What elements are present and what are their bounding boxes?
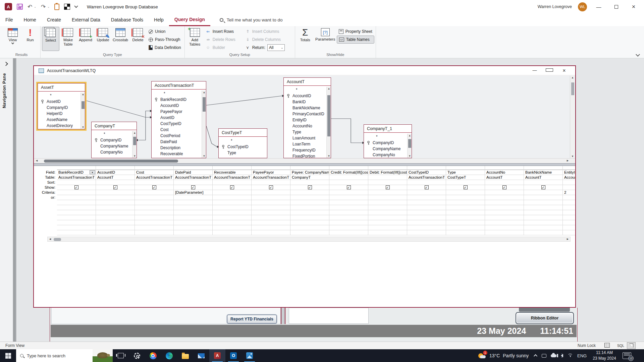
field-EntityID[interactable]: EntityID (284, 117, 331, 123)
empty-cell[interactable] (368, 215, 407, 220)
sort-cell[interactable] (252, 180, 290, 185)
collapse-ribbon-chevron-icon[interactable] (636, 52, 640, 57)
tray-expand-chevron-icon[interactable] (534, 354, 537, 358)
select-query-button[interactable]: Select (42, 27, 59, 51)
empty-cell[interactable] (563, 215, 575, 220)
table-scroll-thumb[interactable] (327, 95, 330, 136)
field-cell[interactable]: DatePaid (174, 170, 212, 175)
scroll-up-icon[interactable]: ▲ (571, 76, 574, 79)
or-cell[interactable] (96, 195, 135, 200)
field-cell[interactable]: Debit: Format(IIf([cost (368, 170, 407, 175)
union-button[interactable]: Union (147, 27, 183, 36)
field-PrimaryContactID[interactable]: PrimaryContactID (284, 111, 331, 117)
show-checkbox[interactable]: ✓ (74, 185, 78, 189)
empty-cell[interactable] (57, 220, 96, 225)
empty-cell[interactable] (446, 210, 485, 215)
sort-cell[interactable] (57, 180, 96, 185)
show-cell[interactable]: ✓ (96, 185, 135, 190)
empty-cell[interactable] (368, 220, 407, 225)
table-box-title[interactable]: AssetT (38, 83, 85, 92)
empty-cell[interactable] (446, 200, 485, 205)
empty-cell[interactable] (96, 205, 135, 210)
empty-cell[interactable] (174, 215, 212, 220)
table-scrollbar[interactable]: ▲ ▼ (132, 131, 137, 158)
empty-cell[interactable] (213, 210, 251, 215)
sql-view-icon[interactable]: SQL (617, 344, 624, 348)
insert-rows-button[interactable]: ⇐Insert Rows (204, 27, 243, 36)
empty-cell[interactable] (407, 220, 446, 225)
update-button[interactable]: ✎ Update (94, 27, 112, 51)
empty-cell[interactable] (135, 200, 173, 205)
empty-cell[interactable] (96, 220, 135, 225)
field-CompanyID[interactable]: CompanyID (364, 140, 412, 146)
criteria-cell[interactable] (252, 190, 290, 195)
or-cell[interactable] (524, 195, 562, 200)
empty-cell[interactable] (96, 225, 135, 230)
show-cell[interactable]: ✓ (252, 185, 290, 190)
save-icon[interactable] (17, 4, 23, 10)
field-AssetID[interactable]: AssetID (38, 99, 85, 105)
wifi-icon[interactable] (568, 354, 573, 358)
sort-cell[interactable] (368, 180, 407, 185)
empty-cell[interactable] (290, 225, 329, 230)
sort-cell[interactable] (485, 180, 524, 185)
empty-cell[interactable] (290, 220, 329, 225)
field-FrequencyID[interactable]: FrequencyID (284, 147, 331, 153)
show-checkbox[interactable]: ✓ (152, 185, 156, 189)
table-cell[interactable]: AccountT (563, 175, 575, 180)
empty-cell[interactable] (96, 210, 135, 215)
navigation-pane-collapsed[interactable]: Navigation Pane (0, 58, 13, 342)
task-view-button[interactable] (113, 349, 129, 362)
criteria-cell[interactable] (524, 190, 562, 195)
or-cell[interactable] (290, 195, 329, 200)
empty-cell[interactable] (96, 230, 135, 235)
table-box-CompanyT_1[interactable]: CompanyT_1*CompanyIDCompanyNameCompanyNo… (364, 124, 412, 158)
show-cell[interactable]: ✓ (446, 185, 485, 190)
table-cell[interactable]: AccountTransactionT (174, 175, 212, 180)
field-CostTypeID[interactable]: CostTypeID (152, 121, 206, 127)
field-DatePaid[interactable]: DatePaid (152, 139, 206, 145)
field-cell[interactable]: CostTypeID (407, 170, 446, 175)
empty-cell[interactable] (485, 230, 524, 235)
field-cell[interactable]: BankNickName (524, 170, 562, 175)
empty-cell[interactable] (290, 210, 329, 215)
design-grid-splitter[interactable] (34, 163, 575, 166)
scroll-up-icon[interactable]: ▲ (328, 87, 330, 90)
scroll-down-icon[interactable]: ▼ (82, 126, 85, 129)
table-scroll-thumb[interactable] (133, 137, 136, 145)
field-star[interactable]: * (364, 134, 412, 140)
empty-cell[interactable] (329, 200, 368, 205)
table-scrollbar[interactable]: ▲ ▼ (326, 87, 331, 158)
paste-icon[interactable] (54, 4, 59, 10)
show-cell[interactable]: ✓ (57, 185, 96, 190)
or-cell[interactable] (252, 195, 290, 200)
empty-cell[interactable] (485, 200, 524, 205)
empty-cell[interactable] (174, 210, 212, 215)
run-button[interactable]: ! Run (21, 27, 39, 51)
field-Type[interactable]: Type (219, 150, 267, 156)
empty-cell[interactable] (174, 220, 212, 225)
field-BankRecordID[interactable]: BankRecordID (152, 97, 206, 103)
table-scrollbar[interactable]: ▲ ▼ (80, 93, 85, 129)
show-checkbox[interactable]: ✓ (347, 185, 351, 189)
empty-cell[interactable] (96, 215, 135, 220)
field-CompanyNo[interactable]: CompanyNo (92, 149, 137, 155)
empty-cell[interactable] (524, 230, 562, 235)
grid-hscroll-thumb[interactable] (54, 238, 61, 241)
show-checkbox[interactable]: ✓ (113, 185, 117, 189)
empty-cell[interactable] (329, 215, 368, 220)
empty-cell[interactable] (252, 230, 290, 235)
design-horizontal-scrollbar[interactable]: ◄ ► (34, 158, 575, 163)
empty-cell[interactable] (96, 200, 135, 205)
close-button[interactable]: × (628, 3, 639, 10)
empty-cell[interactable] (446, 225, 485, 230)
insert-columns-button[interactable]: ⇑Insert Columns (243, 27, 293, 36)
empty-cell[interactable] (368, 200, 407, 205)
empty-cell[interactable] (485, 215, 524, 220)
criteria-cell[interactable] (290, 190, 329, 195)
table-names-button[interactable]: xyzTable Names (337, 36, 374, 44)
field-CostTypeID[interactable]: CostTypeID (219, 144, 267, 150)
criteria-cell[interactable]: 2 (563, 190, 575, 195)
empty-cell[interactable] (485, 220, 524, 225)
query-minimize-button[interactable]: — (531, 68, 538, 74)
